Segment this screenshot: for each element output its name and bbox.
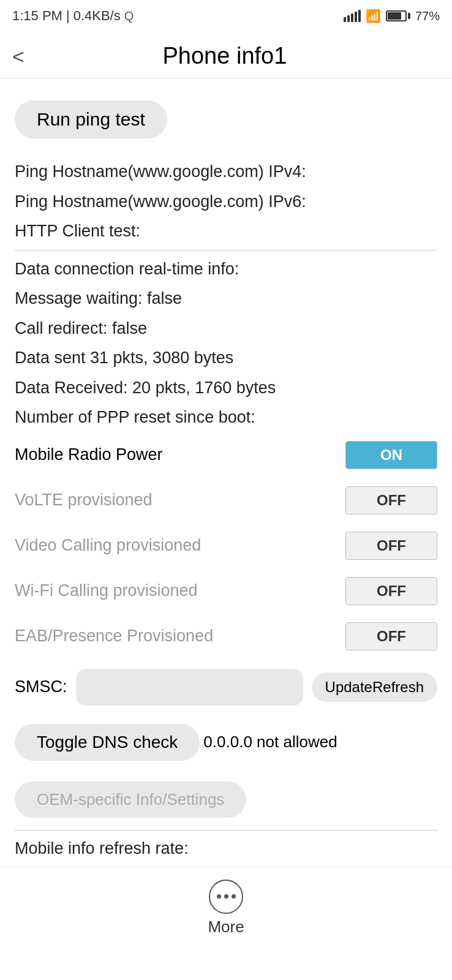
page-title: Phone info1 xyxy=(31,43,419,69)
mobile-radio-power-label: Mobile Radio Power xyxy=(15,445,163,464)
divider-1 xyxy=(15,250,437,251)
volte-off-label[interactable]: OFF xyxy=(346,487,437,514)
video-calling-off-label[interactable]: OFF xyxy=(346,532,437,559)
eab-prov-label: EAB/Presence Provisioned xyxy=(15,627,213,646)
oem-settings-button[interactable]: OEM-specific Info/Settings xyxy=(15,782,246,818)
back-button[interactable]: < xyxy=(12,46,24,67)
mobile-radio-power-toggle[interactable]: ON xyxy=(345,441,437,469)
status-bar: 1:15 PM | 0.4KB/s Q 📶 77% xyxy=(0,0,452,32)
more-label: More xyxy=(208,918,244,937)
toggle-dns-button[interactable]: Toggle DNS check xyxy=(15,724,200,761)
wifi-icon: 📶 xyxy=(366,9,381,23)
volte-prov-label: VoLTE provisioned xyxy=(15,491,153,510)
toggle-dns-row: Toggle DNS check 0.0.0.0 not allowed xyxy=(15,715,437,769)
smsc-input[interactable] xyxy=(76,669,303,706)
volte-prov-toggle[interactable]: OFF xyxy=(345,486,437,514)
toggle-on-indicator[interactable]: ON xyxy=(346,442,437,469)
signal-icon xyxy=(344,10,361,22)
mobile-radio-power-row: Mobile Radio Power ON xyxy=(15,432,437,478)
header: < Phone info1 xyxy=(0,32,452,78)
run-ping-button[interactable]: Run ping test xyxy=(15,100,167,138)
eab-prov-row: EAB/Presence Provisioned OFF xyxy=(15,614,437,659)
bottom-bar: More xyxy=(0,867,452,955)
dot-3 xyxy=(232,894,236,899)
dot-2 xyxy=(224,894,228,899)
eab-prov-toggle[interactable]: OFF xyxy=(345,622,437,650)
wifi-calling-prov-toggle[interactable]: OFF xyxy=(345,577,437,605)
battery-icon xyxy=(386,10,410,21)
data-connection-line: Data connection real-time info: xyxy=(15,254,437,284)
mobile-refresh-label: Mobile info refresh rate: xyxy=(15,834,437,867)
speed-label: 0.4KB/s xyxy=(73,8,121,24)
eab-off-label[interactable]: OFF xyxy=(346,623,437,650)
main-content: Run ping test Ping Hostname(www.google.c… xyxy=(0,78,452,867)
volte-prov-row: VoLTE provisioned OFF xyxy=(15,478,437,523)
http-client-line: HTTP Client test: xyxy=(15,216,437,246)
wifi-calling-prov-row: Wi-Fi Calling provisioned OFF xyxy=(15,568,437,614)
time-label: 1:15 PM xyxy=(12,8,62,24)
status-left: 1:15 PM | 0.4KB/s Q xyxy=(12,8,134,24)
wifi-calling-prov-label: Wi-Fi Calling provisioned xyxy=(15,581,198,600)
divider-2 xyxy=(15,830,437,831)
smsc-update-refresh-button[interactable]: UpdateRefresh xyxy=(312,673,437,702)
data-received-line: Data Received: 20 pkts, 1760 bytes xyxy=(15,373,437,403)
ping-ipv6-line: Ping Hostname(www.google.com) IPv6: xyxy=(15,187,437,217)
battery-percent: 77% xyxy=(415,9,440,23)
video-calling-prov-label: Video Calling provisioned xyxy=(15,536,201,555)
data-sent-line: Data sent 31 pkts, 3080 bytes xyxy=(15,343,437,373)
status-right: 📶 77% xyxy=(344,9,440,23)
smsc-row: SMSC: UpdateRefresh xyxy=(15,659,437,715)
ping-ipv4-line: Ping Hostname(www.google.com) IPv4: xyxy=(15,157,437,187)
search-label: Q xyxy=(124,9,134,23)
video-calling-prov-toggle[interactable]: OFF xyxy=(345,532,437,560)
dot-1 xyxy=(217,894,221,899)
separator: | xyxy=(66,8,70,24)
video-calling-prov-row: Video Calling provisioned OFF xyxy=(15,523,437,568)
ppp-reset-line: Number of PPP reset since boot: xyxy=(15,402,437,432)
more-button[interactable] xyxy=(209,880,243,914)
smsc-label: SMSC: xyxy=(15,677,67,696)
toggle-dns-note: 0.0.0.0 not allowed xyxy=(203,733,337,752)
wifi-calling-off-label[interactable]: OFF xyxy=(346,578,437,605)
message-waiting-line: Message waiting: false xyxy=(15,284,437,314)
call-redirect-line: Call redirect: false xyxy=(15,314,437,344)
